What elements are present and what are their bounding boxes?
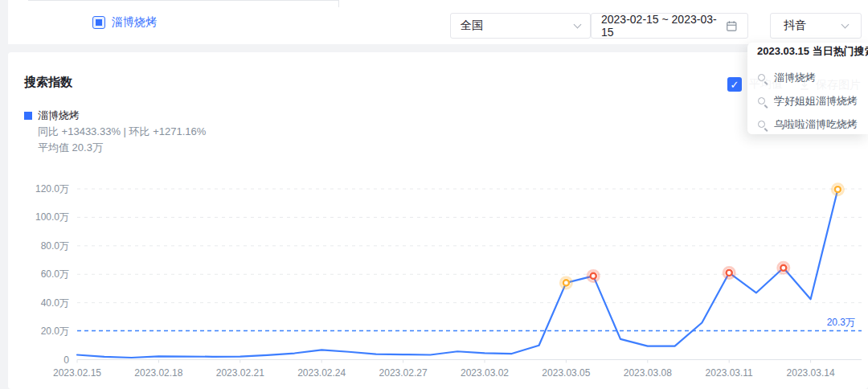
hot-search-popup-title: 2023.03.15 当日热门搜索 [757,44,863,59]
svg-text:2023.03.08: 2023.03.08 [624,367,672,379]
svg-text:2023.03.02: 2023.03.02 [461,367,509,379]
svg-text:2023.02.15: 2023.02.15 [53,367,101,379]
svg-text:120.0万: 120.0万 [35,183,69,194]
hot-search-list: 淄博烧烤学好姐姐淄博烧烤乌啦啦淄博吃烧烤 [757,71,863,132]
svg-text:40.0万: 40.0万 [41,297,69,309]
platform-select[interactable]: 抖音 [770,13,862,39]
region-select-value: 全国 [461,18,483,33]
search-icon [757,96,768,107]
svg-text:2023.03.11: 2023.03.11 [706,367,753,379]
svg-text:100.0万: 100.0万 [35,211,69,223]
app-window: 淄博烧烤 全国 2023-02-15 ~ 2023-03-15 抖音 搜索指数 … [0,0,868,389]
hot-search-item[interactable]: 淄博烧烤 [757,71,863,85]
svg-text:2023.03.14: 2023.03.14 [787,367,835,379]
keyword-checkbox-fill [96,19,102,26]
date-range-picker[interactable]: 2023-02-15 ~ 2023-03-15 [591,13,748,39]
svg-text:2023.02.27: 2023.02.27 [379,367,428,379]
search-index-chart[interactable]: 020.0万40.0万60.0万80.0万100.0万120.0万2023.02… [8,52,868,389]
hot-search-text: 淄博烧烤 [774,71,816,85]
tab-edge [28,0,339,7]
hot-search-popup: 2023.03.15 当日热门搜索 淄博烧烤学好姐姐淄博烧烤乌啦啦淄博吃烧烤 [747,43,868,134]
calendar-icon [726,20,738,32]
hot-search-text: 乌啦啦淄博吃烧烤 [774,117,858,132]
region-select[interactable]: 全国 [450,13,591,39]
svg-text:60.0万: 60.0万 [41,268,69,280]
header-bar: 淄博烧烤 全国 2023-02-15 ~ 2023-03-15 抖音 [8,0,868,44]
date-range-value: 2023-02-15 ~ 2023-03-15 [601,13,726,39]
svg-text:2023.02.24: 2023.02.24 [297,367,346,379]
search-index-panel: 搜索指数 淄博烧烤 同比 +13433.33% | 环比 +1271.16% 平… [8,52,868,389]
chevron-down-icon [841,21,850,29]
svg-text:2023.03.05: 2023.03.05 [542,367,590,379]
hot-search-item[interactable]: 学好姐姐淄博烧烤 [757,94,863,109]
hot-search-item[interactable]: 乌啦啦淄博吃烧烤 [757,117,863,132]
keyword-label: 淄博烧烤 [112,15,157,30]
platform-select-value: 抖音 [784,18,806,33]
svg-text:80.0万: 80.0万 [41,240,69,252]
svg-text:2023.02.18: 2023.02.18 [134,367,182,379]
chevron-down-icon [574,21,582,29]
search-icon [757,120,768,130]
keyword-checkbox-row[interactable]: 淄博烧烤 [92,15,157,30]
svg-text:0: 0 [63,354,69,366]
svg-text:2023.02.21: 2023.02.21 [216,367,264,379]
hot-search-text: 学好姐姐淄博烧烤 [774,94,858,109]
search-icon [757,73,768,84]
svg-text:20.3万: 20.3万 [827,317,855,328]
keyword-checkbox-icon [92,16,105,29]
svg-text:20.0万: 20.0万 [41,326,69,337]
